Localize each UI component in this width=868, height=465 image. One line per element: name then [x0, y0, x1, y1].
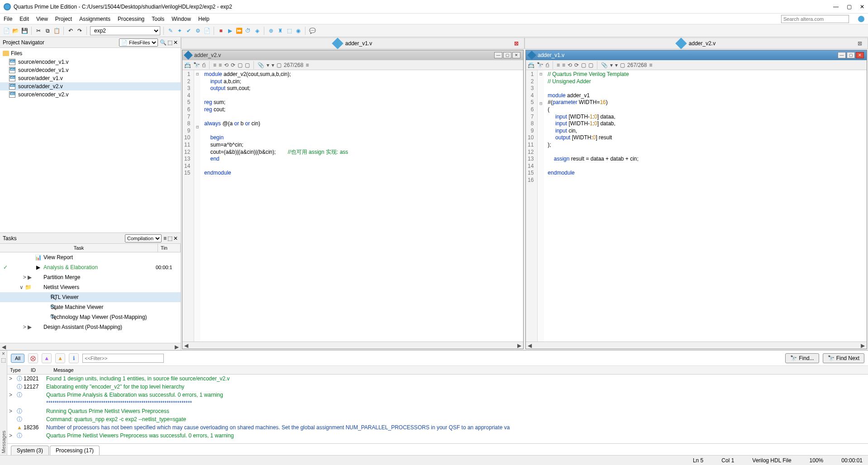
et-icon[interactable]: ⟳ [574, 62, 579, 68]
chip-icon[interactable]: ◈ [253, 27, 261, 34]
et-icon[interactable]: ≡ [562, 62, 565, 68]
find-next-button[interactable]: 🔭 Find Next [823, 353, 864, 363]
editor-maximize-button[interactable]: ▢ [503, 52, 511, 58]
menu-processing[interactable]: Processing [118, 16, 144, 22]
msg-pin-icon[interactable]: ⬚ [1, 357, 6, 363]
nav-close-icon[interactable]: ✕ [173, 39, 178, 46]
et-icon[interactable]: ≡ [649, 62, 652, 68]
editor-hscroll[interactable]: ◀▶ [182, 342, 523, 349]
et-icon[interactable]: ≡ [557, 62, 560, 68]
menu-file[interactable]: File [4, 16, 12, 22]
timing-icon[interactable]: ⏱ [244, 27, 252, 34]
et-icon[interactable]: ▢ [620, 62, 625, 68]
find-button[interactable]: 🔭 Find... [785, 353, 819, 363]
wand-icon[interactable]: ✎ [167, 27, 174, 34]
tab-system[interactable]: System (3) [11, 446, 49, 455]
menu-help[interactable]: Help [198, 16, 210, 22]
copy-icon[interactable]: ⧉ [44, 27, 51, 34]
tab-adder-v2[interactable]: adder_v2.v ⊠ [525, 38, 868, 48]
minimize-button[interactable]: — [833, 4, 839, 10]
globe-icon[interactable]: ⊕ [267, 27, 275, 34]
rocket-icon[interactable]: ✦ [176, 27, 183, 34]
tasks-filter[interactable]: Compilation [125, 234, 162, 242]
et-icon[interactable]: 📇 [184, 62, 191, 68]
rtl-icon[interactable]: ⬚ [286, 27, 293, 34]
et-icon[interactable]: 🔭 [193, 62, 200, 68]
et-icon[interactable]: ⟲ [568, 62, 572, 68]
editor-hscroll[interactable]: ◀▶ [526, 342, 867, 349]
message-row[interactable]: ****************************************… [7, 399, 868, 407]
nav-search-icon[interactable]: 🔍 [160, 39, 167, 46]
et-icon[interactable]: ▢ [238, 62, 243, 68]
et-icon[interactable]: ▢ [581, 62, 586, 68]
menu-window[interactable]: Window [172, 16, 191, 22]
task-row[interactable]: > ▶Partition Merge [0, 272, 181, 282]
menu-project[interactable]: Project [55, 16, 72, 22]
msg-close-icon[interactable]: × [2, 351, 5, 357]
help-icon[interactable] [858, 16, 864, 22]
new-file-icon[interactable]: 📄 [3, 27, 10, 34]
et-icon[interactable]: ≡ [213, 62, 216, 68]
message-row[interactable]: >ⓘQuartus Prime Netlist Viewers Preproce… [7, 432, 868, 440]
gear-icon[interactable]: ⚙ [194, 27, 201, 34]
et-icon[interactable]: 267/268 [284, 62, 303, 68]
fast-icon[interactable]: ⏩ [235, 27, 243, 34]
tab-close-icon[interactable]: ⊠ [858, 40, 862, 47]
et-icon[interactable]: ▢ [277, 62, 281, 68]
tab-processing[interactable]: Processing (17) [50, 446, 100, 455]
editor-close-button[interactable]: ✕ [512, 52, 520, 58]
et-icon[interactable]: ▾ [610, 62, 613, 68]
tasks-close-icon[interactable]: ✕ [173, 235, 178, 242]
menu-edit[interactable]: Edit [19, 16, 29, 22]
code-editor[interactable]: 12345678910111213141516 ⊟ ⊟ // Quartus P… [526, 70, 867, 342]
message-row[interactable]: ⓘCommand: quartus_npp exp2 -c exp2 --net… [7, 415, 868, 423]
file-tree-item[interactable]: source/adder_v1.v [0, 74, 181, 82]
editor-maximize-button[interactable]: ▢ [847, 52, 855, 58]
message-row[interactable]: ⓘ12127Elaborating entity "encoder_v2" fo… [7, 383, 868, 391]
task-row[interactable]: 📊View Report [0, 252, 181, 262]
task-row[interactable]: 🔍State Machine Viewer [0, 302, 181, 312]
task-row[interactable]: ✓▶Analysis & Elaboration00:00:1 [0, 262, 181, 272]
file-tree-root[interactable]: Files [0, 49, 181, 58]
et-icon[interactable]: ⎙ [546, 62, 549, 68]
doc-icon[interactable]: 📄 [203, 27, 210, 34]
search-input[interactable] [781, 15, 849, 23]
nav-pin-icon[interactable]: ⬚ [167, 39, 172, 46]
et-icon[interactable]: 🔭 [537, 62, 544, 68]
message-row[interactable]: >ⓘ12021Found 1 design units, including 1… [7, 375, 868, 383]
file-tree-item[interactable]: source/adder_v2.v [0, 82, 181, 90]
code-editor[interactable]: 123456789101112131415 ⊟ ⊟ module adder_v… [182, 70, 523, 342]
tasks-pin-icon[interactable]: ⬚ [167, 235, 172, 242]
et-icon[interactable]: ▾ [615, 62, 618, 68]
message-row[interactable]: >ⓘRunning Quartus Prime Netlist Viewers … [7, 407, 868, 415]
check-icon[interactable]: ✔ [185, 27, 192, 34]
et-icon[interactable]: 📇 [528, 62, 534, 68]
chat-icon[interactable]: 💬 [309, 27, 316, 34]
navigator-filter[interactable]: 📄 FilesFiles [119, 38, 158, 47]
et-icon[interactable]: ⎙ [202, 62, 205, 68]
et-icon[interactable]: ≡ [219, 62, 222, 68]
task-row[interactable]: > ▶Design Assistant (Post-Mapping) [0, 322, 181, 332]
message-row[interactable]: ▲18236Number of processors has not been … [7, 423, 868, 432]
maximize-button[interactable]: ▢ [847, 4, 852, 10]
stop-icon[interactable]: ■ [217, 27, 224, 34]
et-icon[interactable]: ▾ [267, 62, 269, 68]
menu-view[interactable]: View [36, 16, 48, 22]
task-row[interactable]: ∨ 📁Netlist Viewers [0, 282, 181, 292]
close-button[interactable]: ✕ [860, 4, 864, 10]
cut-icon[interactable]: ✂ [35, 27, 42, 34]
filter-info-icon[interactable]: ℹ [69, 353, 79, 363]
menu-tools[interactable]: Tools [152, 16, 164, 22]
tasks-scrollbar[interactable]: ◀▶ [0, 343, 181, 350]
open-icon[interactable]: 📂 [12, 27, 19, 34]
file-tree-item[interactable]: source/encoder_v2.v [0, 90, 181, 99]
filter-error-icon[interactable]: ⨂ [28, 353, 38, 363]
paste-icon[interactable]: 📋 [53, 27, 60, 34]
undo-icon[interactable]: ↶ [67, 27, 74, 34]
et-icon[interactable]: ▾ [272, 62, 274, 68]
et-icon[interactable]: ▢ [245, 62, 250, 68]
redo-icon[interactable]: ↷ [76, 27, 83, 34]
editor-minimize-button[interactable]: — [494, 52, 502, 58]
menu-assignments[interactable]: Assignments [79, 16, 110, 22]
et-icon[interactable]: ⟲ [224, 62, 229, 68]
